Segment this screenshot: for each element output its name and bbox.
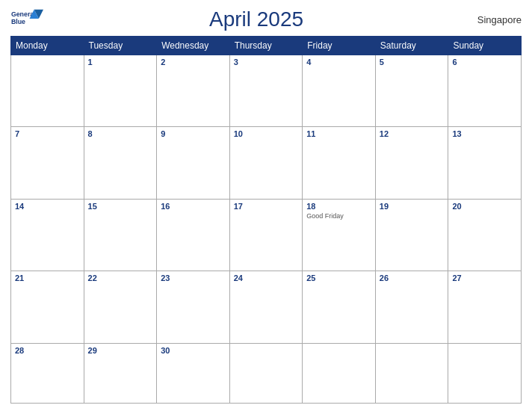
day-number: 30 <box>161 346 226 355</box>
day-number: 20 <box>452 202 517 211</box>
calendar-day-cell: 29 <box>84 343 157 403</box>
calendar-day-cell: 5 <box>375 55 448 127</box>
calendar-day-cell: 9 <box>157 127 230 199</box>
day-number: 6 <box>452 58 517 67</box>
day-number: 22 <box>88 274 153 282</box>
calendar-day-cell: 24 <box>229 271 303 343</box>
calendar-day-cell: 10 <box>229 127 303 199</box>
day-number: 1 <box>88 58 153 67</box>
calendar-week-row: 1415161718Good Friday1920 <box>11 199 522 271</box>
calendar-table: Monday Tuesday Wednesday Thursday Friday… <box>10 36 522 404</box>
calendar-day-cell: 8 <box>84 127 157 199</box>
calendar-day-cell: 16 <box>157 199 230 271</box>
day-number: 10 <box>234 129 299 138</box>
day-number: 16 <box>161 202 226 211</box>
calendar-week-row: 78910111213 <box>11 127 522 199</box>
holiday-label: Good Friday <box>306 212 371 220</box>
day-number: 23 <box>161 274 226 282</box>
day-number: 27 <box>452 274 517 282</box>
day-number: 12 <box>380 129 445 138</box>
day-number: 28 <box>15 346 80 355</box>
calendar-day-cell: 17 <box>229 199 303 271</box>
day-number: 15 <box>88 202 153 211</box>
calendar-day-cell: 22 <box>84 271 157 343</box>
day-number: 13 <box>452 129 517 138</box>
calendar-day-cell: 18Good Friday <box>303 199 376 271</box>
day-number: 9 <box>161 129 226 138</box>
calendar-day-cell: 26 <box>375 271 448 343</box>
header-tuesday: Tuesday <box>84 37 157 55</box>
calendar-page: General Blue April 2025 Singapore Monday… <box>0 0 532 411</box>
day-number: 5 <box>380 58 445 67</box>
day-number: 21 <box>15 274 80 282</box>
calendar-day-cell: 3 <box>229 55 303 127</box>
calendar-day-cell: 1 <box>84 55 157 127</box>
calendar-day-cell <box>303 343 376 403</box>
calendar-day-cell: 2 <box>157 55 230 127</box>
header-thursday: Thursday <box>229 37 303 55</box>
calendar-day-cell: 30 <box>157 343 230 403</box>
header-monday: Monday <box>11 37 84 55</box>
calendar-day-cell: 6 <box>448 55 522 127</box>
calendar-day-cell: 11 <box>303 127 376 199</box>
calendar-day-cell: 21 <box>11 271 84 343</box>
day-number: 29 <box>88 346 153 355</box>
calendar-week-row: 21222324252627 <box>11 271 522 343</box>
svg-text:Blue: Blue <box>11 18 25 25</box>
day-number: 14 <box>15 202 80 211</box>
header-sunday: Sunday <box>448 37 522 55</box>
day-number: 2 <box>161 58 226 67</box>
header-wednesday: Wednesday <box>157 37 230 55</box>
day-number: 18 <box>306 202 371 211</box>
calendar-day-cell: 13 <box>448 127 522 199</box>
calendar-day-cell: 15 <box>84 199 157 271</box>
calendar-day-cell <box>229 343 303 403</box>
day-number: 19 <box>380 202 445 211</box>
calendar-day-cell: 23 <box>157 271 230 343</box>
day-number: 24 <box>234 274 299 282</box>
calendar-day-cell: 19 <box>375 199 448 271</box>
day-number: 8 <box>88 129 153 138</box>
calendar-day-cell <box>11 55 84 127</box>
calendar-header: General Blue April 2025 Singapore <box>10 7 522 31</box>
day-number: 7 <box>15 129 80 138</box>
logo: General Blue <box>10 8 43 31</box>
calendar-title: April 2025 <box>209 7 303 31</box>
day-number: 17 <box>234 202 299 211</box>
header-friday: Friday <box>303 37 376 55</box>
calendar-day-cell <box>375 343 448 403</box>
weekday-header-row: Monday Tuesday Wednesday Thursday Friday… <box>11 37 522 55</box>
calendar-day-cell: 4 <box>303 55 376 127</box>
calendar-day-cell: 7 <box>11 127 84 199</box>
calendar-week-row: 123456 <box>11 55 522 127</box>
day-number: 4 <box>306 58 371 67</box>
day-number: 26 <box>380 274 445 282</box>
calendar-day-cell: 28 <box>11 343 84 403</box>
calendar-day-cell <box>448 343 522 403</box>
calendar-day-cell: 20 <box>448 199 522 271</box>
day-number: 3 <box>234 58 299 67</box>
day-number: 11 <box>306 129 371 138</box>
header-saturday: Saturday <box>375 37 448 55</box>
calendar-day-cell: 12 <box>375 127 448 199</box>
day-number: 25 <box>306 274 371 282</box>
calendar-day-cell: 27 <box>448 271 522 343</box>
location-label: Singapore <box>469 14 522 25</box>
calendar-day-cell: 25 <box>303 271 376 343</box>
logo-svg: General Blue <box>10 8 43 31</box>
calendar-day-cell: 14 <box>11 199 84 271</box>
calendar-week-row: 282930 <box>11 343 522 403</box>
